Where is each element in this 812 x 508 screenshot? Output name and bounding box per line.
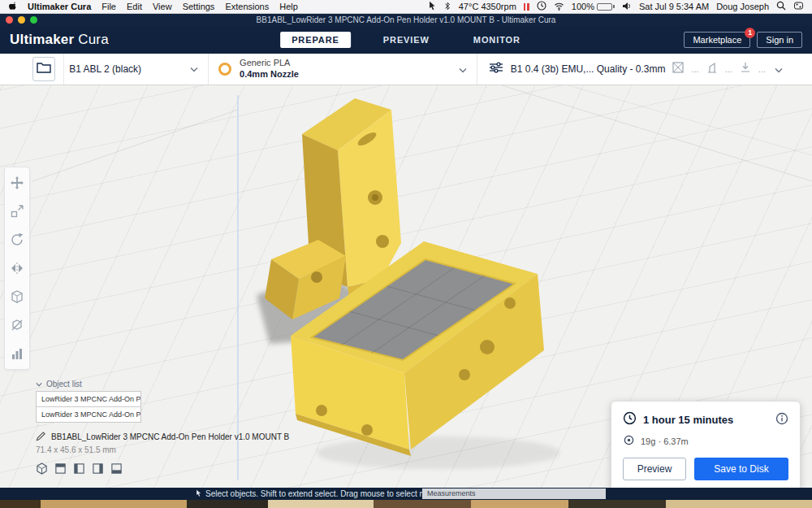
marketplace-button[interactable]: Marketplace1 [684,32,750,48]
open-file-button[interactable] [32,57,55,81]
bluetooth-icon[interactable] [443,1,451,13]
menu-view[interactable]: View [153,2,172,11]
infill-icon [672,62,684,76]
view-option-icon-5[interactable] [110,462,123,478]
statistics-icon[interactable] [11,347,24,360]
move-tool-icon[interactable] [11,176,24,189]
menu-help[interactable]: Help [279,2,298,11]
speaker-icon[interactable] [622,2,632,12]
cura-logo: Ultimaker Cura [10,32,109,48]
adhesion-value-truncated: ... [758,64,766,74]
menubar-datetime[interactable]: Sat Jul 9 5:34 AM [639,2,709,11]
macos-menubar: Ultimaker Cura File Edit View Settings E… [0,0,812,14]
control-center-icon[interactable] [793,1,804,12]
chevron-down-icon [190,63,198,75]
profile-summary: B1 0.4 (3b) EMU,... Quality - 0.3mm [511,63,666,75]
print-time-icon [623,411,637,428]
configuration-bar: B1 ABL 2 (black) Generic PLA 0.4mm Nozzl… [0,54,812,85]
menubar-app-name[interactable]: Ultimaker Cura [28,2,91,11]
object-list-item[interactable]: LowRider 3 MPCNC Add-On P... [36,406,141,423]
support-blocker-icon[interactable] [11,319,24,332]
scale-tool-icon[interactable] [11,205,24,218]
cursor-icon [427,1,436,13]
stage-tabs: PREPARE PREVIEW MONITOR [280,32,532,48]
hint-cursor-icon [195,489,201,499]
material-estimate: 19g · 6.37m [641,436,689,446]
infill-value-truncated: ... [691,64,698,74]
object-list-header[interactable]: Object list [36,380,304,389]
object-list-panel: Object list LowRider 3 MPCNC Add-On P...… [36,380,304,478]
model-dimensions: 71.4 x 45.6 x 51.5 mm [36,445,304,454]
status-message: Select objects. Shift to extend select. … [205,489,450,498]
preview-button[interactable]: Preview [623,458,686,480]
object-list-label: Object list [46,380,82,389]
view-option-icon-4[interactable] [92,462,104,478]
menubar-user[interactable]: Doug Joseph [716,2,769,11]
logo-primary: Ultimaker [10,32,74,47]
3d-viewport[interactable]: Object list LowRider 3 MPCNC Add-On P...… [0,85,812,488]
marketplace-label: Marketplace [693,35,741,45]
info-icon[interactable] [775,412,788,428]
signin-label: Sign in [766,35,793,45]
window-titlebar: BB1ABL_LowRider 3 MPCNC Add-On Pen Holde… [0,14,812,26]
save-to-disk-button[interactable]: Save to Disk [694,458,788,480]
view-option-icon-2[interactable] [54,462,67,478]
logo-secondary: Cura [74,32,109,47]
menu-settings[interactable]: Settings [183,2,215,11]
view-option-icon-1[interactable] [36,462,48,478]
print-settings-selector[interactable]: B1 0.4 (3b) EMU,... Quality - 0.3mm ... … [477,54,812,85]
cura-header: Ultimaker Cura PREPARE PREVIEW MONITOR M… [0,26,812,54]
pencil-icon [36,431,46,443]
view-options-row [36,462,304,478]
battery-percent: 100% [572,2,594,11]
menubar-temp-fan[interactable]: 47°C 4350rpm [459,2,516,11]
zoom-window-button[interactable] [30,16,37,24]
menu-file[interactable]: File [102,2,116,11]
view-option-icon-3[interactable] [73,462,85,478]
tab-monitor[interactable]: MONITOR [462,32,532,48]
marketplace-badge: 1 [745,28,755,38]
material-name: Generic PLA [240,58,299,69]
signin-button[interactable]: Sign in [757,32,802,48]
search-icon[interactable] [776,1,786,12]
rotate-tool-icon[interactable] [11,233,24,246]
tab-preview[interactable]: PREVIEW [372,32,441,48]
chevron-down-icon [36,380,42,389]
estimated-print-time: 1 hour 15 minutes [643,414,733,426]
tool-column [4,167,30,370]
desktop-wallpaper-strip [0,500,812,508]
window-title: BB1ABL_LowRider 3 MPCNC Add-On Pen Holde… [0,15,812,24]
project-name: BB1ABL_LowRider 3 MPCNC Add-On Pen Holde… [51,432,289,441]
filament-spool-icon [624,435,634,447]
folder-icon [37,62,51,76]
chevron-down-icon [775,62,783,76]
tab-prepare[interactable]: PREPARE [280,32,351,48]
battery-icon[interactable]: 100% [572,2,615,11]
chevron-down-icon [459,62,467,76]
close-window-button[interactable] [6,16,13,24]
printer-name: B1 ABL 2 (black) [69,63,141,75]
nozzle-size: 0.4mm Nozzle [240,69,299,80]
material-color-icon [218,63,231,76]
adhesion-icon [740,62,751,76]
apple-icon[interactable] [8,1,17,13]
minimize-window-button[interactable] [18,16,25,24]
support-icon [706,62,718,76]
object-list-item[interactable]: LowRider 3 MPCNC Add-On P... [36,391,141,407]
project-name-row[interactable]: BB1ABL_LowRider 3 MPCNC Add-On Pen Holde… [36,431,304,443]
print-action-panel: 1 hour 15 minutes 19g · 6.37m Preview Sa… [611,401,801,488]
per-model-settings-icon[interactable] [11,290,24,303]
pause-icon[interactable] [524,3,529,11]
menu-extensions[interactable]: Extensions [225,2,269,11]
sliders-icon [489,62,503,76]
support-value-truncated: ... [725,64,732,74]
material-nozzle-selector[interactable]: Generic PLA 0.4mm Nozzle [209,54,477,85]
measurements-field[interactable]: Measurements [422,488,606,499]
menu-edit[interactable]: Edit [127,2,142,11]
printer-selector[interactable]: B1 ABL 2 (black) [63,54,209,85]
status-bar: Select objects. Shift to extend select. … [0,488,812,500]
clock-icon[interactable] [537,1,546,12]
wifi-icon[interactable] [554,2,564,12]
mirror-tool-icon[interactable] [11,262,24,275]
